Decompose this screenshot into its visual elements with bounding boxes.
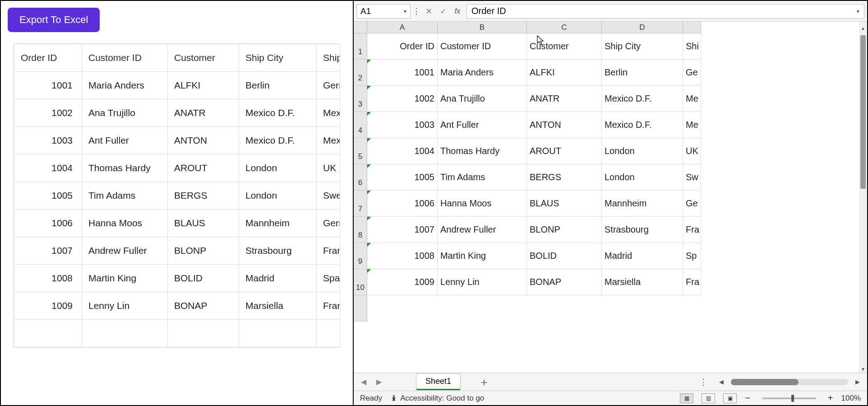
- sheet-row[interactable]: 1002Ana TrujilloANATRMexico D.F.Me: [367, 86, 859, 112]
- col-header-d[interactable]: D: [602, 22, 683, 33]
- grid-header-order-id[interactable]: Order ID: [14, 44, 82, 72]
- cell-customer-code[interactable]: BLAUS: [168, 210, 239, 237]
- cell-customer-code[interactable]: AROUT: [168, 154, 239, 182]
- sheet-row[interactable]: 1001Maria AndersALFKIBerlinGe: [367, 60, 859, 86]
- cell[interactable]: BERGS: [527, 164, 602, 191]
- cell[interactable]: Andrew Fuller: [438, 217, 527, 243]
- row-header-5[interactable]: 5: [354, 138, 367, 164]
- select-all-corner[interactable]: [354, 22, 367, 33]
- cell-customer-name[interactable]: Martin King: [82, 265, 168, 292]
- zoom-in-icon[interactable]: +: [828, 393, 833, 403]
- grid-header-customer[interactable]: Customer: [168, 44, 239, 72]
- cell-ship-country[interactable]: UK: [317, 154, 341, 182]
- sheet-row[interactable]: 1007Andrew FullerBLONPStrasbourgFra: [367, 217, 859, 243]
- table-row[interactable]: [14, 320, 341, 347]
- cell[interactable]: Marsiella: [602, 269, 683, 295]
- row-header-10[interactable]: 10: [354, 269, 367, 295]
- cell[interactable]: Ge: [683, 191, 701, 217]
- zoom-level[interactable]: 100%: [841, 394, 861, 403]
- cell-ship-city[interactable]: London: [239, 154, 317, 182]
- cell[interactable]: 1009: [367, 269, 438, 295]
- data-grid[interactable]: Order ID Customer ID Customer Ship City …: [14, 43, 340, 348]
- scroll-right-icon[interactable]: ▶: [853, 378, 863, 385]
- table-row[interactable]: 1003Ant FullerANTONMexico D.F.Mexic: [14, 127, 341, 154]
- table-row[interactable]: 1008Martin KingBOLIDMadridSpain: [14, 265, 341, 292]
- cell[interactable]: London: [602, 138, 683, 164]
- cancel-formula-icon[interactable]: ✕: [422, 5, 435, 18]
- cell-order-id[interactable]: 1005: [14, 182, 82, 210]
- scroll-left-icon[interactable]: ◀: [716, 378, 726, 385]
- cell-ship-country[interactable]: Mexic: [317, 99, 341, 127]
- cell-ship-country[interactable]: France: [317, 292, 341, 320]
- cell[interactable]: Mexico D.F.: [602, 112, 683, 138]
- cell-ship-city[interactable]: Strasbourg: [239, 237, 317, 265]
- cell[interactable]: BLONP: [527, 217, 602, 243]
- cell-ship-country[interactable]: France: [317, 237, 341, 265]
- horizontal-scrollbar[interactable]: [731, 379, 848, 385]
- row-header-9[interactable]: 9: [354, 243, 367, 269]
- cell-order-id[interactable]: 1008: [14, 265, 82, 292]
- table-row[interactable]: 1007Andrew FullerBLONPStrasbourgFrance: [14, 237, 341, 265]
- cell[interactable]: 1002: [367, 86, 438, 112]
- scroll-down-icon[interactable]: ▼: [859, 365, 867, 373]
- sheet-row[interactable]: 1009Lenny LinBONAPMarsiellaFra: [367, 269, 859, 295]
- cell[interactable]: Fra: [683, 269, 701, 295]
- cell[interactable]: Hanna Moos: [438, 191, 527, 217]
- zoom-handle[interactable]: [791, 395, 794, 402]
- cell[interactable]: Fra: [683, 217, 701, 243]
- cell[interactable]: ANATR: [527, 86, 602, 112]
- cell[interactable]: Thomas Hardy: [438, 138, 527, 164]
- cell-customer-name[interactable]: Ana Trujillo: [82, 99, 168, 127]
- cell-order-id[interactable]: 1006: [14, 210, 82, 237]
- cell-order-id[interactable]: 1001: [14, 72, 82, 99]
- cell-customer-code[interactable]: ALFKI: [168, 72, 239, 99]
- cell[interactable]: Me: [683, 86, 701, 112]
- grid-header-customer-id[interactable]: Customer ID: [82, 44, 168, 72]
- cell[interactable]: Customer: [527, 33, 602, 60]
- grid-header-ship-city[interactable]: Ship City: [239, 44, 317, 72]
- cell[interactable]: London: [602, 164, 683, 191]
- cell[interactable]: ALFKI: [527, 60, 602, 86]
- cell[interactable]: Customer ID: [438, 33, 527, 60]
- sheet-row[interactable]: 1005Tim AdamsBERGSLondonSw: [367, 164, 859, 191]
- cell[interactable]: Ana Trujillo: [438, 86, 527, 112]
- cell[interactable]: 1001: [367, 60, 438, 86]
- table-row[interactable]: 1006Hanna MoosBLAUSMannheimGerma: [14, 210, 341, 237]
- cell-customer-name[interactable]: Tim Adams: [82, 182, 168, 210]
- cell-ship-country[interactable]: Germa: [317, 210, 341, 237]
- row-header-6[interactable]: 6: [354, 164, 367, 191]
- export-to-excel-button[interactable]: Export To Excel: [8, 8, 100, 32]
- cell[interactable]: Sp: [683, 243, 701, 269]
- vertical-scrollbar[interactable]: ▲ ▼: [859, 22, 867, 373]
- row-header-3[interactable]: 3: [354, 86, 367, 112]
- col-header-b[interactable]: B: [438, 22, 527, 33]
- cell[interactable]: 1007: [367, 217, 438, 243]
- grid-header-ship-country[interactable]: Ship C: [317, 44, 341, 72]
- cell[interactable]: UK: [683, 138, 701, 164]
- cell-order-id[interactable]: 1007: [14, 237, 82, 265]
- table-row[interactable]: 1002Ana TrujilloANATRMexico D.F.Mexic: [14, 99, 341, 127]
- page-layout-view-icon[interactable]: ▥: [702, 393, 715, 403]
- cell-customer-name[interactable]: Andrew Fuller: [82, 237, 168, 265]
- cell[interactable]: Strasbourg: [602, 217, 683, 243]
- next-sheet-icon[interactable]: ▶: [374, 378, 384, 386]
- page-break-view-icon[interactable]: ▣: [723, 393, 737, 403]
- cell[interactable]: BLAUS: [527, 191, 602, 217]
- cells-grid[interactable]: Order IDCustomer IDCustomerShip CityShi1…: [367, 33, 859, 373]
- normal-view-icon[interactable]: ▦: [680, 393, 693, 403]
- cell-customer-name[interactable]: Hanna Moos: [82, 210, 168, 237]
- cell-customer-code[interactable]: BOLID: [168, 265, 239, 292]
- cell-order-id[interactable]: 1003: [14, 127, 82, 154]
- col-header-a[interactable]: A: [367, 22, 438, 33]
- cell[interactable]: 1003: [367, 112, 438, 138]
- cell-customer-code[interactable]: BONAP: [168, 292, 239, 320]
- cell[interactable]: Tim Adams: [438, 164, 527, 191]
- formula-input[interactable]: Order ID ▾: [466, 4, 864, 19]
- cell[interactable]: Madrid: [602, 243, 683, 269]
- cell-order-id[interactable]: 1004: [14, 154, 82, 182]
- scroll-up-icon[interactable]: ▲: [859, 24, 867, 32]
- cell[interactable]: Mexico D.F.: [602, 86, 683, 112]
- tabs-menu-icon[interactable]: ⋮: [699, 377, 707, 387]
- fx-icon[interactable]: fx: [451, 5, 464, 18]
- cell-ship-city[interactable]: Mannheim: [239, 210, 317, 237]
